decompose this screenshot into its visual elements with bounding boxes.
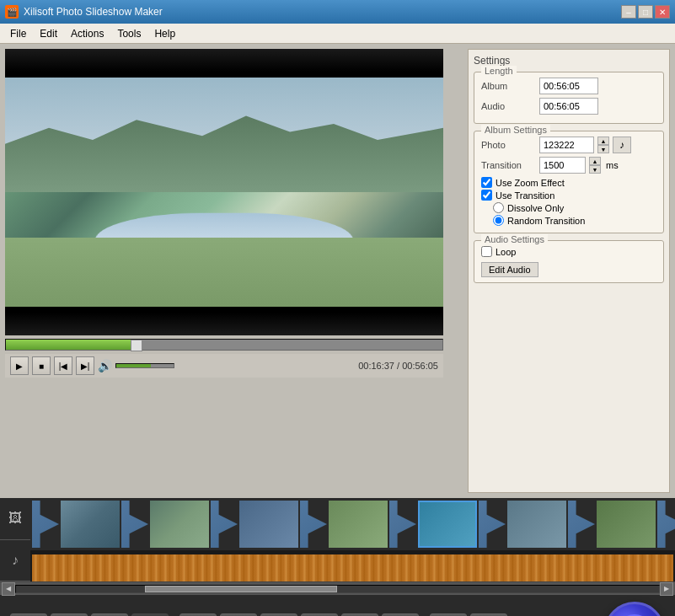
title-bar: 🎬 Xilisoft Photo Slideshow Maker – □ ✕: [0, 0, 675, 24]
volume-slider[interactable]: [115, 363, 174, 368]
close-button[interactable]: ✕: [655, 5, 670, 19]
maximize-button[interactable]: □: [638, 5, 653, 19]
playback-controls: ▶ ■ |◀ ▶| 🔊 00:16:37 / 00:56:05: [5, 354, 443, 378]
album-settings-title: Album Settings: [481, 125, 550, 135]
timeline-tracks: 🖼 ♪: [0, 498, 675, 581]
album-length-row: Album: [481, 78, 656, 94]
time-separator: /: [394, 361, 402, 371]
transition-row: Transition ▲ ▼ ms: [481, 157, 656, 174]
bottom-toolbar: ♪: [0, 595, 675, 616]
photo-row: Photo ▲ ▼ ♪: [481, 137, 656, 153]
audio-settings-title: Audio Settings: [481, 234, 548, 244]
photo-input[interactable]: [539, 137, 594, 153]
photo-spin-down[interactable]: ▼: [597, 145, 609, 153]
photo-thumb-5[interactable]: [418, 501, 477, 548]
next-frame-button[interactable]: ▶|: [76, 356, 94, 375]
progress-fill: [6, 340, 137, 350]
video-ground: [5, 238, 443, 307]
random-transition-row: Random Transition: [493, 215, 656, 226]
photo-track[interactable]: [30, 498, 675, 550]
use-transition-row: Use Transition: [481, 190, 656, 201]
transition-arrow-4: [389, 501, 416, 548]
scroll-right-button[interactable]: ▶: [660, 582, 673, 596]
length-group: Length Album Audio: [474, 72, 664, 124]
photo-thumb-6[interactable]: [507, 501, 566, 548]
audio-length-row: Audio: [481, 98, 656, 115]
seek-bar[interactable]: [5, 339, 443, 351]
transition-input[interactable]: [539, 157, 586, 174]
transition-arrow-3: [300, 501, 327, 548]
minimize-button[interactable]: –: [621, 5, 636, 19]
timeline-scrollbar: ◀ ▶: [0, 581, 675, 595]
photo-thumb-3[interactable]: [239, 501, 298, 548]
scroll-left-button[interactable]: ◀: [2, 582, 15, 596]
scrollbar-thumb[interactable]: [145, 586, 338, 592]
make-movie-button[interactable]: [604, 602, 665, 616]
app-icon: 🎬: [5, 5, 19, 19]
loop-label: Loop: [496, 247, 516, 257]
transition-arrow-7: [657, 501, 675, 548]
album-settings-group: Album Settings Photo ▲ ▼ ♪ Transition ▲ …: [474, 131, 664, 233]
window-title: Xilisoft Photo Slideshow Maker: [24, 6, 621, 18]
menu-help[interactable]: Help: [147, 26, 182, 41]
zoom-effect-row: Use Zoom Effect: [481, 177, 656, 188]
menu-edit[interactable]: Edit: [33, 26, 64, 41]
dissolve-only-label: Dissolve Only: [507, 203, 564, 213]
audio-length-label: Audio: [481, 101, 536, 111]
transition-spin-buttons: ▲ ▼: [589, 157, 601, 174]
music-note-button[interactable]: ♪: [613, 137, 631, 153]
transition-arrow-6: [568, 501, 595, 548]
photo-thumb-7[interactable]: [597, 501, 656, 548]
zoom-effect-label: Use Zoom Effect: [496, 178, 565, 188]
audio-track[interactable]: [30, 550, 675, 581]
edit-audio-button[interactable]: Edit Audio: [481, 262, 538, 277]
time-current: 00:16:37: [358, 361, 394, 371]
menu-bar: File Edit Actions Tools Help: [0, 24, 675, 44]
loop-checkbox[interactable]: [481, 246, 492, 257]
video-panel: ▶ ■ |◀ ▶| 🔊 00:16:37 / 00:56:05: [5, 49, 463, 493]
time-display: 00:16:37 / 00:56:05: [358, 361, 438, 371]
settings-panel: Settings Length Album Audio Album Settin…: [468, 49, 670, 493]
menu-actions[interactable]: Actions: [64, 26, 110, 41]
photo-thumb-1[interactable]: [61, 501, 120, 548]
transition-arrow-1: [121, 501, 148, 548]
play-button[interactable]: ▶: [10, 356, 29, 375]
length-group-title: Length: [481, 66, 517, 76]
photo-track-label: 🖼: [0, 498, 30, 540]
prev-frame-button[interactable]: |◀: [54, 356, 72, 375]
audio-settings-group: Audio Settings Loop Edit Audio: [474, 240, 664, 283]
random-transition-label: Random Transition: [507, 216, 585, 226]
video-preview-inner: [5, 49, 443, 335]
track-content: [30, 498, 675, 581]
scrollbar-track[interactable]: [15, 585, 660, 593]
zoom-effect-checkbox[interactable]: [481, 177, 492, 188]
dissolve-only-radio[interactable]: [493, 202, 504, 213]
main-area: ▶ ■ |◀ ▶| 🔊 00:16:37 / 00:56:05 Settings…: [0, 44, 675, 498]
progress-thumb[interactable]: [131, 340, 142, 351]
stop-button[interactable]: ■: [32, 356, 51, 375]
photo-spin-buttons: ▲ ▼: [597, 137, 609, 153]
transition-label: Transition: [481, 160, 536, 170]
photo-track-icon: 🖼: [8, 511, 22, 526]
time-total: 00:56:05: [402, 361, 438, 371]
photo-spin-up[interactable]: ▲: [597, 137, 609, 145]
audio-track-label: ♪: [0, 540, 30, 582]
transition-spin-down[interactable]: ▼: [589, 165, 601, 174]
track-labels: 🖼 ♪: [0, 498, 30, 581]
transition-arrow-2: [211, 501, 238, 548]
video-scene: [5, 78, 443, 307]
photo-thumb-4[interactable]: [329, 501, 388, 548]
menu-tools[interactable]: Tools: [110, 26, 147, 41]
transition-spin-up[interactable]: ▲: [589, 157, 601, 165]
use-transition-checkbox[interactable]: [481, 190, 492, 201]
photo-thumb-2[interactable]: [150, 501, 209, 548]
video-preview: [5, 49, 443, 335]
use-transition-label: Use Transition: [496, 190, 554, 201]
dissolve-only-row: Dissolve Only: [493, 202, 656, 213]
album-length-input[interactable]: [539, 78, 598, 94]
random-transition-radio[interactable]: [493, 215, 504, 226]
audio-length-input[interactable]: [539, 98, 598, 115]
audio-track-icon: ♪: [12, 553, 19, 568]
settings-title: Settings: [474, 55, 664, 67]
menu-file[interactable]: File: [3, 26, 33, 41]
